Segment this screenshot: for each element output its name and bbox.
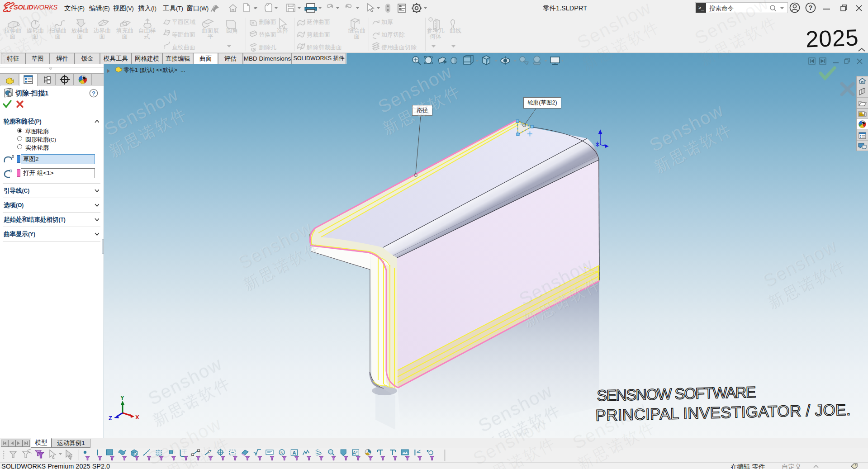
svg-text:A: A <box>292 450 296 455</box>
svg-text:SENSNOW SOFTWARE: SENSNOW SOFTWARE <box>597 383 756 404</box>
svg-text:?: ? <box>92 90 95 97</box>
svg-text:Y: Y <box>120 394 124 401</box>
svg-text:N: N <box>280 450 284 455</box>
svg-text:Z: Z <box>109 415 112 422</box>
svg-text:?: ? <box>809 4 813 11</box>
svg-text:PRINCIPAL INVESTIGATOR / JOE.: PRINCIPAL INVESTIGATOR / JOE. <box>595 401 851 424</box>
svg-text:A°: A° <box>353 450 358 455</box>
svg-text:SOLIDWORKS: SOLIDWORKS <box>14 4 58 11</box>
svg-text:0: 0 <box>12 154 14 159</box>
svg-text:X: X <box>135 414 139 421</box>
